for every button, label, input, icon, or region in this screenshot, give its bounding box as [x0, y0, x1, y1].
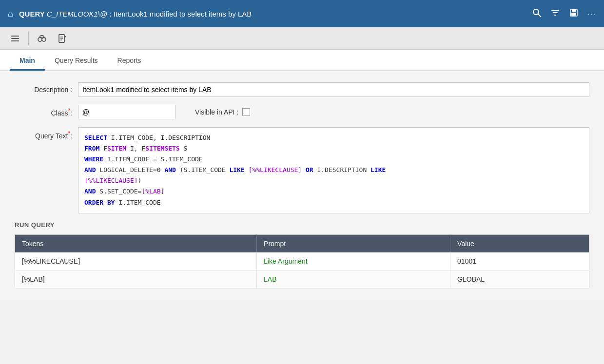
row2-value: GLOBAL: [450, 270, 589, 288]
svg-rect-4: [554, 15, 556, 16]
list-button[interactable]: [6, 30, 24, 47]
svg-point-12: [42, 38, 46, 41]
header-title-italic: C_ITEMLOOK1\@: [47, 10, 107, 18]
more-icon[interactable]: ···: [587, 10, 596, 18]
table-header-row: Tokens Prompt Value: [15, 234, 589, 252]
col-tokens: Tokens: [15, 234, 257, 252]
description-input[interactable]: [78, 82, 589, 97]
main-content: Description : Class*: Visible in API : Q…: [0, 71, 604, 300]
row1-token: [%%LIKECLAUSE]: [15, 252, 257, 270]
tab-main[interactable]: Main: [10, 50, 45, 71]
visible-api-section: Visible in API :: [195, 108, 250, 116]
toolbar: [0, 27, 604, 50]
description-label: Description :: [15, 86, 78, 94]
query-text-display[interactable]: SELECT I.ITEM_CODE, I.DESCRIPTION FROM F…: [78, 127, 589, 213]
tab-bar: Main Query Results Reports: [0, 50, 604, 71]
row1-prompt: Like Argument: [257, 252, 450, 270]
visible-api-label: Visible in API :: [195, 108, 238, 116]
class-required: *: [68, 107, 70, 114]
svg-line-1: [538, 14, 541, 17]
col-value: Value: [450, 234, 589, 252]
run-query-section: RUN QUERY Tokens Prompt Value [%%LIKECLA…: [15, 221, 589, 288]
header-left: ⌂ QUERY C_ITEMLOOK1\@ : ItemLook1 modifi…: [8, 9, 252, 19]
svg-rect-10: [11, 40, 19, 41]
svg-point-11: [38, 38, 42, 41]
app-header: ⌂ QUERY C_ITEMLOOK1\@ : ItemLook1 modifi…: [0, 0, 604, 27]
filter-icon[interactable]: [550, 8, 560, 20]
table-row: [%%LIKECLAUSE] Like Argument 01001: [15, 252, 589, 270]
tab-reports[interactable]: Reports: [108, 50, 151, 71]
class-row: Class*: Visible in API :: [15, 105, 589, 119]
svg-rect-6: [572, 9, 576, 12]
row1-value: 01001: [450, 252, 589, 270]
header-title: QUERY C_ITEMLOOK1\@ : ItemLook1 modified…: [19, 10, 252, 18]
query-text-required: *: [68, 130, 70, 137]
query-text-row: Query Text*: SELECT I.ITEM_CODE, I.DESCR…: [15, 127, 589, 213]
search-icon[interactable]: [532, 8, 542, 20]
header-title-rest: : ItemLook1 modified to select items by …: [109, 10, 252, 18]
save-icon[interactable]: [569, 8, 579, 20]
svg-rect-2: [551, 10, 559, 11]
row2-prompt: LAB: [257, 270, 450, 288]
run-query-table: Tokens Prompt Value [%%LIKECLAUSE] Like …: [15, 234, 589, 288]
home-icon[interactable]: ⌂: [8, 9, 13, 19]
table-row: [%LAB] LAB GLOBAL: [15, 270, 589, 288]
row2-token: [%LAB]: [15, 270, 257, 288]
svg-rect-8: [11, 36, 19, 37]
query-text-label: Query Text*:: [15, 127, 78, 140]
header-title-query: QUERY: [19, 10, 45, 18]
col-prompt: Prompt: [257, 234, 450, 252]
svg-rect-3: [553, 12, 558, 13]
description-row: Description :: [15, 82, 589, 97]
tab-query-results[interactable]: Query Results: [45, 50, 108, 71]
class-label: Class*:: [15, 107, 78, 117]
visible-api-checkbox[interactable]: [242, 108, 250, 116]
header-icons: ···: [532, 8, 596, 20]
run-query-title: RUN QUERY: [15, 221, 589, 229]
svg-rect-7: [571, 13, 576, 16]
toolbar-divider: [28, 32, 29, 45]
svg-rect-9: [11, 38, 19, 39]
class-input[interactable]: [78, 105, 175, 119]
binoculars-button[interactable]: [33, 30, 51, 47]
add-document-button[interactable]: [53, 30, 72, 47]
